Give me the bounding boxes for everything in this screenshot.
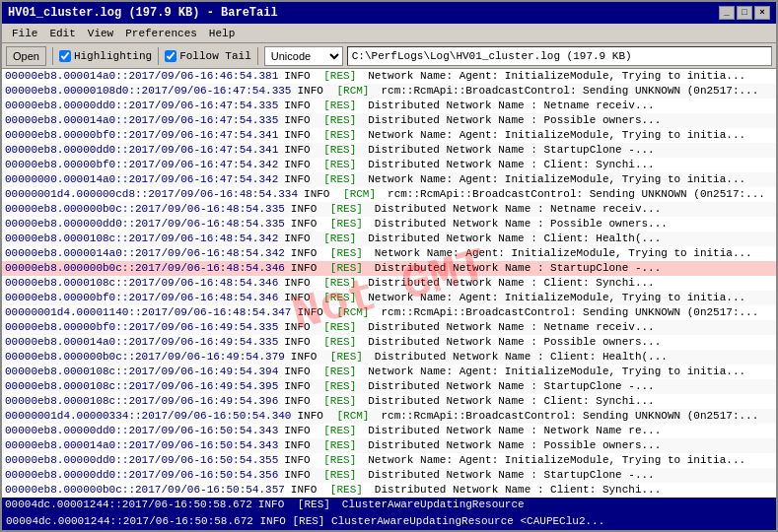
open-button[interactable]: Open — [6, 46, 46, 66]
log-cell-address: 00000eb8.00000dd0::2017/09/06-16:47:54.3… — [2, 143, 281, 158]
follow-tail-checkbox[interactable] — [165, 50, 177, 62]
minimize-button[interactable]: _ — [719, 6, 735, 20]
status-bar: 00004dc.00001244::2017/06-16:50:58.672 I… — [2, 512, 776, 530]
log-row[interactable]: 00000eb8.00000dd0::2017/09/06-16:47:54.3… — [2, 99, 776, 113]
log-cell-category: [RES] — [320, 276, 365, 291]
menu-file[interactable]: File — [6, 27, 43, 40]
log-cell-level: INFO — [281, 99, 320, 113]
log-cell-category: [RES] — [320, 69, 365, 84]
menu-preferences[interactable]: Preferences — [119, 27, 203, 40]
log-cell-message: Distributed Network Name : Possible owne… — [365, 335, 776, 350]
follow-tail-checkbox-label[interactable]: Follow Tail — [165, 50, 251, 62]
toolbar: Open Highlighting Follow Tail Unicode AS… — [2, 43, 776, 69]
log-row[interactable]: 00000eb8.00000dd0::2017/09/06-16:50:54.3… — [2, 453, 776, 468]
log-cell-category: [RES] — [320, 320, 365, 335]
log-cell-message: Distributed Network Name : Possible owne… — [365, 113, 776, 128]
log-cell-address: 00000eb8.0000108c::2017/09/06-16:49:54.3… — [2, 365, 281, 379]
log-row[interactable]: 00000eb8.00000bf0::2017/09/06-16:47:54.3… — [2, 158, 776, 172]
log-cell-address: 00000eb8.000000b0c::2017/09/06-16:49:54.… — [2, 350, 288, 365]
log-row[interactable]: 00000eb8.0000108c::2017/09/06-16:48:54.3… — [2, 276, 776, 291]
log-cell-level: INFO — [281, 232, 320, 246]
log-cell-level: INFO — [281, 128, 320, 143]
log-cell-message: Network Name: Agent: InitializeModule, T… — [365, 453, 776, 468]
log-row[interactable]: 00000000.000014a0::2017/09/06-16:47:54.3… — [2, 172, 776, 187]
log-cell-address: 00000eb8.000014a0::2017/09/06-16:47:54.3… — [2, 113, 281, 128]
log-cell-address: 00000eb8.000000b0c::2017/09/06-16:48:54.… — [2, 261, 288, 276]
log-cell-message: Distributed Network Name : StartupClone … — [365, 379, 776, 394]
menu-help[interactable]: Help — [203, 27, 241, 40]
log-cell-address: 00000001d4.00001140::2017/09/06-16:48:54… — [2, 305, 294, 320]
log-row[interactable]: 00000eb8.0000108c::2017/09/06-16:49:54.3… — [2, 379, 776, 394]
log-cell-message: rcm::RcmApi::BroadcastControl: Sending U… — [378, 305, 776, 320]
log-row[interactable]: 00000eb8.000014a0::2017/09/06-16:47:54.3… — [2, 113, 776, 128]
log-row[interactable]: 00000eb8.000014a0::2017/09/06-16:49:54.3… — [2, 335, 776, 350]
log-row[interactable]: 00000eb8.000000b0c::2017/09/06-16:48:54.… — [2, 261, 776, 276]
log-cell-level: INFO — [281, 453, 320, 468]
log-cell-level: INFO — [255, 498, 295, 512]
log-row[interactable]: 00000eb8.000000dd0::2017/09/06-16:48:54.… — [2, 217, 776, 232]
log-row[interactable]: 00000eb8.0000014a0::2017/09/06-16:48:54.… — [2, 246, 776, 261]
log-cell-message: Network Name: Agent: InitializeModule, T… — [365, 172, 776, 187]
log-cell-message: Network Name: Agent: InitializeModule, T… — [365, 128, 776, 143]
log-cell-address: 00000eb8.000000b0c::2017/09/06-16:48:54.… — [2, 202, 288, 217]
log-cell-address: 00000eb8.0000108c::2017/09/06-16:48:54.3… — [2, 276, 281, 291]
log-cell-category: [RES] — [320, 291, 365, 305]
log-row[interactable]: 00000eb8.000014a0::2017/09/06-16:50:54.3… — [2, 438, 776, 453]
log-cell-level: INFO — [281, 172, 320, 187]
log-cell-level: INFO — [281, 379, 320, 394]
log-row[interactable]: 00000eb8.00000dd0::2017/09/06-16:50:54.3… — [2, 424, 776, 438]
log-cell-category: [RES] — [320, 335, 365, 350]
log-cell-level: INFO — [294, 305, 333, 320]
maximize-button[interactable]: □ — [737, 6, 752, 20]
log-cell-level: INFO — [288, 217, 327, 232]
log-row[interactable]: 00000eb8.00000bf0::2017/09/06-16:47:54.3… — [2, 128, 776, 143]
log-cell-address: 00000eb8.0000108c::2017/09/06-16:48:54.3… — [2, 232, 281, 246]
log-cell-level: INFO — [281, 291, 320, 305]
log-cell-level: INFO — [281, 394, 320, 409]
log-cell-category: [RES] — [320, 438, 365, 453]
log-row-selected[interactable]: 00004dc.00001244::2017/06-16:50:58.672 I… — [2, 498, 776, 512]
log-cell-message: Distributed Network Name : Client: Synch… — [365, 158, 776, 172]
log-row[interactable]: 00000eb8.0000108c::2017/09/06-16:49:54.3… — [2, 394, 776, 409]
log-cell-category: [RCM] — [333, 409, 378, 424]
menu-edit[interactable]: Edit — [43, 27, 81, 40]
log-cell-message: Distributed Network Name : Possible owne… — [365, 438, 776, 453]
log-cell-category: [RES] — [320, 424, 365, 438]
log-row[interactable]: 00000eb8.000000b0c::2017/09/06-16:48:54.… — [2, 202, 776, 217]
log-cell-category: [RES] — [327, 350, 372, 365]
log-row[interactable]: 00000eb8.00000bf0::2017/09/06-16:48:54.3… — [2, 291, 776, 305]
log-row[interactable]: 00000eb8.00000dd0::2017/09/06-16:50:54.3… — [2, 468, 776, 483]
log-cell-category: [RES] — [327, 217, 372, 232]
log-cell-category: [RES] — [320, 232, 365, 246]
log-entries: 00000eb8.000014a0::2017/09/06-16:46:54.3… — [2, 69, 776, 512]
log-cell-level: INFO — [288, 246, 327, 261]
log-row[interactable]: 00000eb8.00000dd0::2017/09/06-16:47:54.3… — [2, 143, 776, 158]
log-container[interactable]: Not GMT 00000eb8.000014a0::2017/09/06-16… — [2, 69, 776, 512]
log-row[interactable]: 00000001d4.000000cd8::2017/09/06-16:48:5… — [2, 187, 776, 202]
log-row[interactable]: 00000001d4.00001140::2017/09/06-16:48:54… — [2, 305, 776, 320]
log-row[interactable]: 00000eb8.000000b0c::2017/09/06-16:50:54.… — [2, 483, 776, 498]
encoding-select[interactable]: Unicode ASCII UTF-8 UTF-16 — [264, 46, 343, 66]
log-row[interactable]: 00000001d4.00000334::2017/09/06-16:50:54… — [2, 409, 776, 424]
log-cell-message: Network Name: Agent: InitializeModule, T… — [365, 365, 776, 379]
log-row[interactable]: 00000eb8.000014a0::2017/09/06-16:46:54.3… — [2, 69, 776, 84]
log-cell-address: 00000eb8.0000014a0::2017/09/06-16:48:54.… — [2, 246, 288, 261]
log-cell-address: 00000eb8.00000bf0::2017/09/06-16:49:54.3… — [2, 320, 281, 335]
log-cell-level: INFO — [288, 483, 327, 498]
highlighting-checkbox-label[interactable]: Highlighting — [59, 50, 152, 62]
log-cell-category: [RES] — [320, 128, 365, 143]
log-cell-category: [RES] — [320, 172, 365, 187]
log-row[interactable]: 00000eb8.00000108d0::2017/09/06-16:47:54… — [2, 84, 776, 99]
log-cell-category: [RES] — [327, 483, 372, 498]
menu-bar: File Edit View Preferences Help — [2, 24, 776, 43]
close-button[interactable]: × — [754, 6, 770, 20]
log-row[interactable]: 00000eb8.000000b0c::2017/09/06-16:49:54.… — [2, 350, 776, 365]
highlighting-checkbox[interactable] — [59, 50, 71, 62]
log-cell-address: 00000eb8.000014a0::2017/09/06-16:46:54.3… — [2, 69, 281, 84]
menu-view[interactable]: View — [82, 27, 119, 40]
log-row[interactable]: 00000eb8.00000bf0::2017/09/06-16:49:54.3… — [2, 320, 776, 335]
log-row[interactable]: 00000eb8.0000108c::2017/09/06-16:49:54.3… — [2, 365, 776, 379]
log-cell-message: Distributed Network Name : StartupClone … — [365, 143, 776, 158]
log-cell-message: Distributed Network Name : Client: Synch… — [365, 276, 776, 291]
log-row[interactable]: 00000eb8.0000108c::2017/09/06-16:48:54.3… — [2, 232, 776, 246]
